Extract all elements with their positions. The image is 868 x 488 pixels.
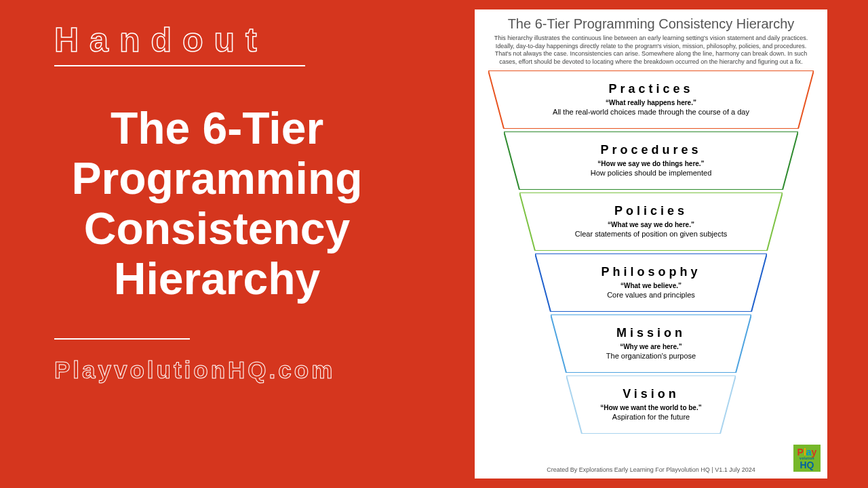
tier-name: Mission xyxy=(551,326,751,340)
tier-name: Policies xyxy=(519,204,783,218)
tier-desc: Core values and principles xyxy=(535,291,767,299)
tier-quote: “What we believe.” xyxy=(535,282,767,289)
document-card: The 6-Tier Programming Consistency Hiera… xyxy=(475,9,827,479)
tier-desc: The organization's purpose xyxy=(551,352,751,360)
funnel-diagram: Practices“What really happens here.”All … xyxy=(484,70,818,464)
tier-name: Vision xyxy=(566,387,736,401)
right-panel: The 6-Tier Programming Consistency Hiera… xyxy=(434,0,868,488)
playvolution-logo: Play volution HQ xyxy=(793,445,821,472)
tier-name: Procedures xyxy=(504,143,798,157)
tier-procedures: Procedures“How we say we do things here.… xyxy=(504,131,798,190)
tier-philosophy: Philosophy“What we believe.”Core values … xyxy=(535,253,767,312)
tier-desc: Aspiration for the future xyxy=(566,413,736,421)
tier-quote: “What really happens here.” xyxy=(488,99,814,106)
tier-quote: “What we say we do here.” xyxy=(519,221,783,228)
tier-desc: All the real-world choices made through … xyxy=(488,108,814,116)
left-panel: Handout The 6-Tier Programming Consisten… xyxy=(0,0,434,488)
card-title: The 6-Tier Programming Consistency Hiera… xyxy=(508,16,795,32)
tier-name: Philosophy xyxy=(535,265,767,279)
main-title: The 6-Tier Programming Consistency Hiera… xyxy=(34,104,400,304)
card-footer: Created By Explorations Early Learning F… xyxy=(547,466,755,473)
divider-top xyxy=(54,65,305,66)
card-intro: This hierarchy illustrates the continuou… xyxy=(484,35,818,66)
tier-vision: Vision“How we want the world to be.”Aspi… xyxy=(566,375,736,434)
divider-bottom xyxy=(54,338,190,340)
tier-desc: Clear statements of position on given su… xyxy=(519,230,783,238)
tier-mission: Mission“Why we are here.”The organizatio… xyxy=(551,314,751,373)
tier-name: Practices xyxy=(488,82,814,96)
site-url: PlayvolutionHQ.com xyxy=(54,357,335,384)
tier-quote: “How we want the world to be.” xyxy=(566,404,736,411)
tier-practices: Practices“What really happens here.”All … xyxy=(488,70,814,129)
logo-brand-bottom: HQ xyxy=(800,460,814,470)
tier-desc: How policies should be implemented xyxy=(504,169,798,177)
tier-policies: Policies“What we say we do here.”Clear s… xyxy=(519,192,783,251)
handout-label: Handout xyxy=(54,20,268,60)
tier-quote: “How we say we do things here.” xyxy=(504,160,798,167)
tier-quote: “Why we are here.” xyxy=(551,343,751,350)
logo-brand-top: Play xyxy=(797,447,817,457)
